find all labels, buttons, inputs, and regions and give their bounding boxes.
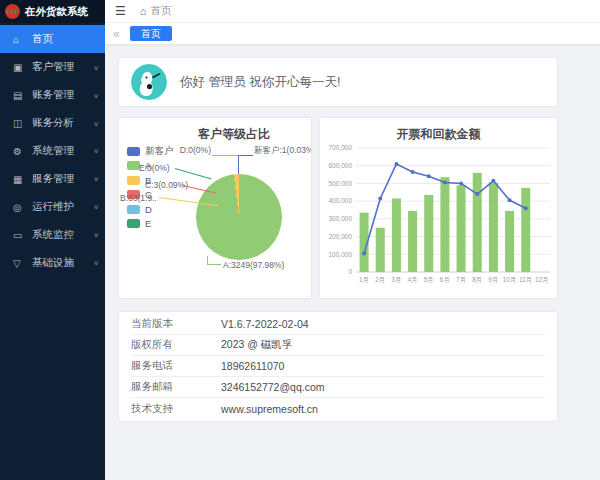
chevron-down-icon: ∨ (93, 175, 99, 182)
svg-text:0: 0 (348, 268, 352, 275)
bar-line-chart[interactable]: 0100,000200,000300,000400,000500,000600,… (320, 140, 557, 299)
hamburger-menu-icon[interactable]: ☰ (115, 4, 126, 18)
sidebar-item-label: 客户管理 (32, 60, 93, 74)
sidebar-item-系统监控[interactable]: ▭系统监控∨ (0, 221, 105, 249)
svg-text:500,000: 500,000 (329, 180, 353, 187)
info-row-技术支持: 技术支持www.supremesoft.cn (131, 398, 545, 419)
callout-line (212, 155, 238, 156)
sidebar-item-账务管理[interactable]: ▤账务管理∨ (0, 81, 105, 109)
sidebar-item-label: 系统管理 (32, 144, 93, 158)
sidebar-item-label: 账务管理 (32, 88, 93, 102)
info-label: 服务电话 (131, 359, 221, 373)
svg-text:2月: 2月 (375, 276, 385, 284)
system-info-card: 当前版本V1.6.7-2022-02-04版权所有2023 @ 磁凯孚服务电话1… (118, 311, 558, 422)
bar-chart-card: 开票和回款金额 0100,000200,000300,000400,000500… (319, 117, 558, 299)
system-monitor-icon: ▭ (13, 230, 26, 241)
info-row-当前版本: 当前版本V1.6.7-2022-02-04 (131, 314, 545, 335)
chevron-down-icon: ∨ (93, 119, 99, 126)
svg-text:8月: 8月 (472, 276, 482, 284)
svg-text:200,000: 200,000 (329, 233, 353, 240)
avatar (131, 64, 167, 100)
info-label: 服务邮箱 (131, 380, 221, 394)
info-value: www.supremesoft.cn (221, 403, 318, 415)
svg-text:4月: 4月 (408, 276, 418, 284)
svg-text:1月: 1月 (359, 276, 369, 284)
pie-callout-label: A:3249(97.98%) (223, 260, 284, 270)
system-management-icon: ⚙ (13, 146, 26, 157)
info-value: 18962611070 (221, 360, 284, 372)
callout-line (238, 155, 239, 174)
legend-item-新客户[interactable]: 新客户 (127, 144, 174, 159)
svg-text:400,000: 400,000 (329, 197, 353, 204)
service-management-icon: ▦ (13, 174, 26, 185)
sidebar-item-label: 首页 (32, 32, 99, 46)
pie-callout-label: C:3(0.09%) (145, 180, 188, 190)
pie-chart-card: 客户等级占比 新客户ABCDE D:0(0%)新客户:1(0.03%)E:0(0… (118, 117, 312, 299)
home-icon[interactable]: ⌂ (140, 5, 147, 17)
sidebar-item-首页[interactable]: ⌂首页 (0, 25, 105, 53)
chevron-down-icon: ∨ (93, 203, 99, 210)
chevron-down-icon: ∨ (93, 231, 99, 238)
info-row-服务电话: 服务电话18962611070 (131, 356, 545, 377)
svg-text:600,000: 600,000 (329, 162, 353, 169)
sidebar-item-label: 账务分析 (32, 116, 93, 130)
sidebar-item-label: 服务管理 (32, 172, 93, 186)
svg-text:5月: 5月 (424, 276, 434, 284)
sidebar-item-label: 运行维护 (32, 200, 93, 214)
pie-chart-title: 客户等级占比 (119, 126, 311, 143)
legend-item-D[interactable]: D (127, 202, 174, 217)
sidebar-item-服务管理[interactable]: ▦服务管理∨ (0, 165, 105, 193)
chevron-down-icon: ∨ (93, 259, 99, 266)
svg-text:10月: 10月 (503, 276, 517, 284)
sidebar-item-账务分析[interactable]: ◫账务分析∨ (0, 109, 105, 137)
info-value: 3246152772@qq.com (221, 381, 325, 393)
svg-text:9月: 9月 (488, 276, 498, 284)
svg-text:3月: 3月 (391, 276, 401, 284)
pie-callout-label: D:0(0%) (175, 145, 211, 155)
legend-swatch (127, 147, 140, 156)
app-title: 在外货款系统 (25, 5, 88, 19)
legend-label: E (145, 218, 151, 229)
chart-row: 客户等级占比 新客户ABCDE D:0(0%)新客户:1(0.03%)E:0(0… (118, 117, 558, 299)
info-label: 版权所有 (131, 338, 221, 352)
legend-swatch (127, 176, 140, 185)
info-label: 当前版本 (131, 317, 221, 331)
info-value: 2023 @ 磁凯孚 (221, 338, 292, 352)
sidebar-item-label: 基础设施 (32, 256, 93, 270)
operation-maintenance-icon: ◎ (13, 202, 26, 213)
sidebar-item-客户管理[interactable]: ▣客户管理∨ (0, 53, 105, 81)
sidebar-item-系统管理[interactable]: ⚙系统管理∨ (0, 137, 105, 165)
home-icon: ⌂ (13, 34, 26, 45)
svg-text:700,000: 700,000 (329, 144, 353, 151)
svg-text:300,000: 300,000 (329, 215, 353, 222)
info-row-版权所有: 版权所有2023 @ 磁凯孚 (131, 335, 545, 356)
infrastructure-icon: ▽ (13, 258, 26, 269)
sidebar-item-运行维护[interactable]: ◎运行维护∨ (0, 193, 105, 221)
breadcrumb: ⌂ 首页 (140, 4, 172, 18)
tabbar: « 首页 (105, 23, 600, 45)
callout-line (207, 264, 221, 265)
pie-callout-label: 新客户:1(0.03%) (254, 145, 312, 157)
main-area: ☰ ⌂ 首页 « 首页 你好 管理员 祝你开心每一天! 客户等级占比 新客户AB (105, 0, 600, 480)
content: 你好 管理员 祝你开心每一天! 客户等级占比 新客户ABCDE D:0(0%)新… (105, 45, 558, 422)
breadcrumb-label[interactable]: 首页 (150, 4, 171, 18)
pie-chart[interactable] (196, 174, 282, 260)
info-row-服务邮箱: 服务邮箱3246152772@qq.com (131, 377, 545, 398)
sidebar-item-基础设施[interactable]: ▽基础设施∨ (0, 249, 105, 277)
legend-swatch (127, 219, 140, 228)
customer-management-icon: ▣ (13, 62, 26, 73)
tab-home[interactable]: 首页 (130, 26, 172, 41)
info-label: 技术支持 (131, 402, 221, 416)
chevron-down-icon: ∨ (93, 63, 99, 70)
callout-line (207, 256, 208, 264)
sidebar: CKF 在外货款系统 ⌂首页▣客户管理∨▤账务管理∨◫账务分析∨⚙系统管理∨▦服… (0, 0, 105, 480)
sidebar-menu: ⌂首页▣客户管理∨▤账务管理∨◫账务分析∨⚙系统管理∨▦服务管理∨◎运行维护∨▭… (0, 25, 105, 277)
pie-callout-label: B:63(1.9.. (120, 193, 157, 203)
tab-scroll-left-icon[interactable]: « (113, 27, 120, 41)
pie-callout-label: E:0(0%) (139, 163, 170, 173)
svg-text:6月: 6月 (440, 276, 450, 284)
legend-label: 新客户 (145, 145, 174, 158)
sidebar-item-label: 系统监控 (32, 228, 93, 242)
legend-item-E[interactable]: E (127, 217, 174, 232)
app-logo: CKF (5, 4, 20, 19)
